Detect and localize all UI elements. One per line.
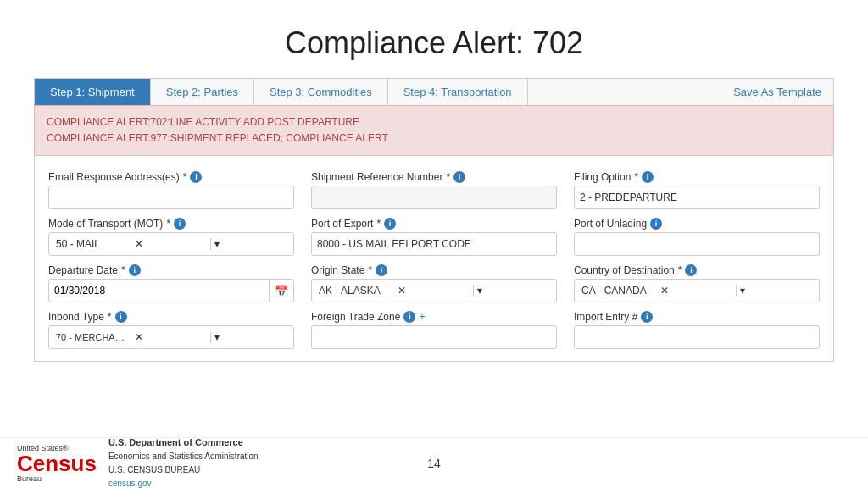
departure-date-info-icon[interactable]: i [129, 264, 141, 276]
port-export-group: Port of Export * i 8000 - US MAIL EEI PO… [311, 218, 557, 256]
shipment-ref-input[interactable] [311, 186, 557, 209]
port-export-label: Port of Export * i [311, 218, 557, 230]
filing-option-info-icon[interactable]: i [642, 171, 654, 183]
census-text-logo: United States® Census Bureau [17, 444, 97, 483]
foreign-trade-zone-group: Foreign Trade Zone i + [311, 311, 557, 349]
filing-option-label: Filing Option * i [574, 171, 820, 183]
email-response-group: Email Response Address(es) * i [48, 171, 294, 209]
port-export-select[interactable]: 8000 - US MAIL EEI PORT CODE [311, 232, 557, 256]
mot-chevron-icon[interactable]: ▾ [210, 238, 290, 250]
alert-line-2: COMPLIANCE ALERT:977:SHIPMENT REPLACED; … [47, 130, 821, 147]
origin-state-group: Origin State * i AK - ALASKA ✕ ▾ [311, 264, 557, 302]
steps-nav: Step 1: Shipment Step 2: Parties Step 3:… [34, 78, 834, 105]
dept-line1: U.S. Department of Commerce [108, 437, 243, 447]
origin-state-label: Origin State * i [311, 264, 557, 276]
email-response-input[interactable] [48, 186, 294, 209]
foreign-trade-zone-add-icon[interactable]: + [419, 311, 425, 323]
foreign-trade-zone-label: Foreign Trade Zone i + [311, 311, 557, 323]
footer-logo: United States® Census Bureau U.S. Depart… [17, 435, 259, 488]
port-unlading-group: Port of Unlading i [574, 218, 820, 256]
mot-group: Mode of Transport (MOT) * i 50 - MAIL ✕ … [48, 218, 294, 256]
port-unlading-select[interactable] [574, 232, 820, 256]
dept-line4: census.gov [108, 479, 152, 488]
step-2-parties[interactable]: Step 2: Parties [151, 79, 254, 105]
form-area: Email Response Address(es) * i Shipment … [34, 155, 834, 362]
import-entry-group: Import Entry # i [574, 311, 820, 349]
country-destination-group: Country of Destination * i CA - CANADA ✕… [574, 264, 820, 302]
mot-label: Mode of Transport (MOT) * i [48, 218, 294, 230]
departure-date-wrapper: 📅 [48, 279, 294, 302]
shipment-ref-group: Shipment Reference Number * i [311, 171, 557, 209]
alert-line-1: COMPLIANCE ALERT:702:LINE ACTIVITY ADD P… [47, 114, 821, 130]
inbond-type-group: Inbond Type * i 70 - MERCHANDISE NOT SHI… [48, 311, 294, 349]
country-destination-label: Country of Destination * i [574, 264, 820, 276]
foreign-trade-zone-input[interactable] [311, 325, 557, 349]
origin-state-clear-button[interactable]: ✕ [394, 285, 473, 297]
dept-line3: U.S. CENSUS BUREAU [108, 465, 200, 474]
calendar-icon[interactable]: 📅 [269, 280, 293, 302]
census-big-text: Census [17, 452, 97, 474]
email-response-info-icon[interactable]: i [190, 171, 202, 183]
origin-state-value: AK - ALASKA [315, 285, 394, 297]
census-bureau-text: Bureau [17, 474, 97, 483]
origin-state-info-icon[interactable]: i [376, 264, 387, 276]
inbond-type-label: Inbond Type * i [48, 311, 294, 323]
port-export-info-icon[interactable]: i [384, 218, 396, 230]
inbond-type-clear-button[interactable]: ✕ [131, 331, 210, 343]
page-number: 14 [427, 457, 441, 470]
footer: United States® Census Bureau U.S. Depart… [0, 437, 868, 488]
import-entry-input[interactable] [574, 325, 820, 349]
import-entry-info-icon[interactable]: i [641, 311, 653, 323]
origin-state-chevron-icon[interactable]: ▾ [473, 285, 553, 297]
port-export-wrapper: 8000 - US MAIL EEI PORT CODE [311, 232, 557, 256]
port-unlading-label: Port of Unlading i [574, 218, 820, 230]
step-4-transportation[interactable]: Step 4: Transportation [388, 79, 528, 105]
country-destination-chevron-icon[interactable]: ▾ [736, 285, 815, 297]
shipment-ref-info-icon[interactable]: i [453, 171, 465, 183]
origin-state-wrapper: AK - ALASKA ✕ ▾ [311, 279, 557, 302]
import-entry-label: Import Entry # i [574, 311, 820, 323]
alert-box: COMPLIANCE ALERT:702:LINE ACTIVITY ADD P… [34, 105, 834, 155]
page-title: Compliance Alert: 702 [0, 0, 868, 78]
port-unlading-info-icon[interactable]: i [650, 218, 662, 230]
departure-date-label: Departure Date * i [48, 264, 294, 276]
foreign-trade-zone-info-icon[interactable]: i [403, 311, 415, 323]
main-content: Step 1: Shipment Step 2: Parties Step 3:… [34, 78, 834, 362]
inbond-type-value: 70 - MERCHANDISE NOT SHIPPED INBOND [53, 332, 131, 342]
step-1-shipment[interactable]: Step 1: Shipment [35, 79, 151, 105]
footer-department: U.S. Department of Commerce Economics an… [108, 435, 259, 488]
departure-date-input[interactable] [49, 280, 269, 302]
departure-date-group: Departure Date * i 📅 [48, 264, 294, 302]
filing-option-wrapper: 2 - PREDEPARTURE [574, 186, 820, 209]
country-destination-wrapper: CA - CANADA ✕ ▾ [574, 279, 820, 302]
filing-option-group: Filing Option * i 2 - PREDEPARTURE [574, 171, 820, 209]
mot-select-wrapper: 50 - MAIL ✕ ▾ [48, 232, 294, 256]
filing-option-select[interactable]: 2 - PREDEPARTURE [574, 186, 820, 209]
mot-clear-button[interactable]: ✕ [131, 238, 210, 250]
country-destination-value: CA - CANADA [578, 285, 657, 297]
inbond-type-chevron-icon[interactable]: ▾ [210, 331, 290, 343]
census-logo: United States® Census Bureau [17, 444, 97, 483]
shipment-ref-label: Shipment Reference Number * i [311, 171, 557, 183]
port-unlading-wrapper [574, 232, 820, 256]
country-destination-info-icon[interactable]: i [685, 264, 697, 276]
country-destination-clear-button[interactable]: ✕ [657, 285, 736, 297]
inbond-type-info-icon[interactable]: i [115, 311, 127, 323]
form-grid: Email Response Address(es) * i Shipment … [48, 171, 820, 349]
mot-value: 50 - MAIL [53, 238, 131, 250]
save-as-template-button[interactable]: Save As Template [721, 79, 833, 105]
inbond-type-wrapper: 70 - MERCHANDISE NOT SHIPPED INBOND ✕ ▾ [48, 325, 294, 349]
dept-line2: Economics and Statistics Administration [108, 452, 259, 461]
email-response-label: Email Response Address(es) * i [48, 171, 294, 183]
mot-info-icon[interactable]: i [174, 218, 186, 230]
step-3-commodities[interactable]: Step 3: Commodities [254, 79, 388, 105]
